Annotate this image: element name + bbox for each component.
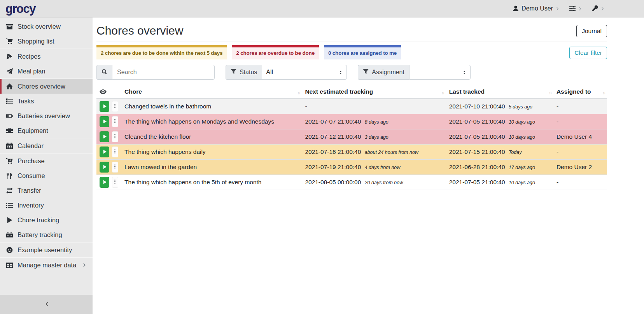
caret-updown-icon: [339, 70, 343, 75]
ellipsis-v-icon: [112, 164, 117, 170]
chevron-right-icon: [578, 7, 583, 11]
track-chore-execution-button[interactable]: [100, 116, 109, 127]
chores-table-body: Changed towels in the bathroom-2021-07-1…: [96, 99, 607, 190]
tasks-icon: [5, 98, 13, 105]
chore-context-menu-button[interactable]: [112, 101, 118, 112]
last-tracked-cell: 2021-06-28 21:00:40 17 days ago: [446, 160, 553, 175]
sidebar-item-meal-plan[interactable]: Meal plan: [0, 64, 93, 78]
sidebar-item-label: Inventory: [18, 202, 44, 209]
sidebar-item-example-userentity[interactable]: Example userentity: [0, 242, 93, 257]
sidebar-item-transfer[interactable]: Transfer: [0, 183, 93, 198]
assignment-filter-select[interactable]: [409, 65, 471, 80]
sidebar-item-equipment[interactable]: Equipment: [0, 123, 93, 138]
next-tracking-relative: 20 days from now: [365, 180, 403, 185]
sort-icon[interactable]: ↑↓: [297, 90, 300, 95]
next-tracking-cell: 2021-07-16 21:00:40 about 24 hours from …: [302, 145, 446, 160]
search-icon: [102, 69, 107, 76]
column-header-last-tracked[interactable]: Last tracked ↑↓: [446, 85, 553, 99]
sidebar-item-recipes[interactable]: Recipes: [0, 49, 93, 64]
chore-context-menu-button[interactable]: [112, 162, 118, 173]
filters-row: Status All Assignment: [96, 65, 607, 80]
summary-filters: 2 chores are due to be done within the n…: [96, 45, 401, 59]
track-chore-execution-button[interactable]: [100, 162, 109, 173]
user-icon: [513, 5, 519, 12]
next-tracking-relative: 3 days ago: [365, 134, 388, 140]
clear-filter-button[interactable]: Clear filter: [569, 47, 607, 59]
chore-context-menu-button[interactable]: [112, 177, 118, 188]
summary-filter-assigned[interactable]: 0 chores are assigned to me: [324, 45, 401, 59]
sidebar-item-label: Chores overview: [18, 83, 65, 90]
sidebar-item-chore-tracking[interactable]: Chore tracking: [0, 213, 93, 227]
sidebar-item-batteries-overview[interactable]: Batteries overview: [0, 108, 93, 123]
settings-menu[interactable]: [569, 5, 583, 12]
sidebar-item-tasks[interactable]: Tasks: [0, 94, 93, 108]
cart-icon: [5, 38, 13, 45]
chore-context-menu-button[interactable]: [112, 147, 118, 157]
chores-table: Chore ↑↓ Next estimated tracking ↑↓ Last…: [96, 85, 607, 190]
last-tracked-cell: 2021-07-05 21:00:40 10 days ago: [446, 175, 553, 190]
sidebar-item-label: Shopping list: [18, 38, 54, 45]
sidebar-nav: Stock overviewShopping listRecipesMeal p…: [0, 17, 93, 295]
sort-icon[interactable]: ↑↓: [549, 90, 551, 95]
sidebar-item-stock-overview[interactable]: Stock overview: [0, 19, 93, 34]
sidebar-item-label: Recipes: [18, 53, 41, 60]
sidebar-item-chores-overview[interactable]: Chores overview: [0, 79, 93, 94]
summary-filter-overdue[interactable]: 2 chores are overdue to be done: [232, 45, 319, 59]
home-icon: [5, 83, 13, 90]
topbar-controls: Demo User: [513, 5, 605, 12]
app-logo[interactable]: grocy: [5, 0, 35, 17]
sidebar-item-purchase[interactable]: Purchase: [0, 154, 93, 168]
status-filter-select[interactable]: All: [262, 65, 347, 80]
sidebar-collapse-button[interactable]: [0, 295, 93, 314]
chore-context-menu-button[interactable]: [112, 131, 118, 142]
sort-icon[interactable]: ↑↓: [441, 90, 444, 95]
sort-icon[interactable]: ↑↓: [602, 90, 605, 95]
column-visibility-header[interactable]: [96, 85, 121, 99]
last-tracked-relative: 10 days ago: [509, 134, 535, 140]
page-title: Chores overview: [96, 24, 183, 37]
next-tracking-relative: 8 days ago: [365, 119, 388, 125]
track-chore-execution-button[interactable]: [100, 147, 109, 157]
assigned-to-cell: -: [553, 114, 607, 129]
sidebar-item-shopping-list[interactable]: Shopping list: [0, 34, 93, 49]
sidebar-item-consume[interactable]: Consume: [0, 168, 93, 183]
last-tracked-cell: 2021-07-05 21:00:40 10 days ago: [446, 129, 553, 145]
status-filter-label-box: Status: [226, 65, 262, 80]
user-menu[interactable]: Demo User: [513, 5, 560, 12]
utensils-icon: [5, 173, 13, 179]
sidebar-item-label: Manage master data: [18, 262, 76, 269]
divider: [96, 42, 607, 42]
column-header-next-tracking[interactable]: Next estimated tracking ↑↓: [302, 85, 446, 99]
sidebar-item-calendar[interactable]: Calendar: [0, 138, 93, 153]
sidebar-item-manage-master-data[interactable]: Manage master data: [0, 258, 93, 272]
column-header-assigned-to[interactable]: Assigned to ↑↓: [553, 85, 607, 99]
play-icon: [102, 119, 107, 125]
search-group: [96, 65, 215, 80]
last-tracked-cell: 2021-07-10 21:00:40 5 days ago: [446, 99, 553, 114]
last-tracked-relative: 10 days ago: [509, 119, 535, 125]
sliders-icon: [569, 5, 576, 12]
admin-menu[interactable]: [592, 5, 605, 12]
search-input[interactable]: [112, 65, 215, 80]
chevron-left-icon: [44, 301, 49, 308]
last-tracked-relative: 10 days ago: [509, 180, 535, 185]
assignment-filter-group: Assignment: [358, 65, 471, 80]
assigned-to-cell: Demo User 4: [553, 129, 607, 145]
chore-name-cell: The thing which happens daily: [121, 145, 302, 160]
sidebar-item-label: Consume: [18, 172, 45, 180]
track-chore-execution-button[interactable]: [100, 177, 109, 188]
track-chore-execution-button[interactable]: [100, 101, 109, 112]
sidebar-item-battery-tracking[interactable]: Battery tracking: [0, 227, 93, 242]
ellipsis-v-icon: [112, 149, 117, 155]
status-filter-value: All: [266, 69, 273, 76]
chore-name-cell: The thing which happens on Mondays and W…: [121, 114, 302, 129]
last-tracked-cell: 2021-07-15 21:00:40 Today: [446, 145, 553, 160]
journal-button[interactable]: Journal: [576, 25, 607, 37]
sidebar-item-inventory[interactable]: Inventory: [0, 198, 93, 213]
chore-name-cell: Cleaned the kitchen floor: [121, 129, 302, 145]
chore-context-menu-button[interactable]: [112, 116, 118, 127]
track-chore-execution-button[interactable]: [100, 131, 109, 142]
sidebar-item-label: Stock overview: [18, 23, 61, 30]
column-header-chore[interactable]: Chore ↑↓: [121, 85, 302, 99]
summary-filter-due-soon[interactable]: 2 chores are due to be done within the n…: [96, 45, 227, 59]
